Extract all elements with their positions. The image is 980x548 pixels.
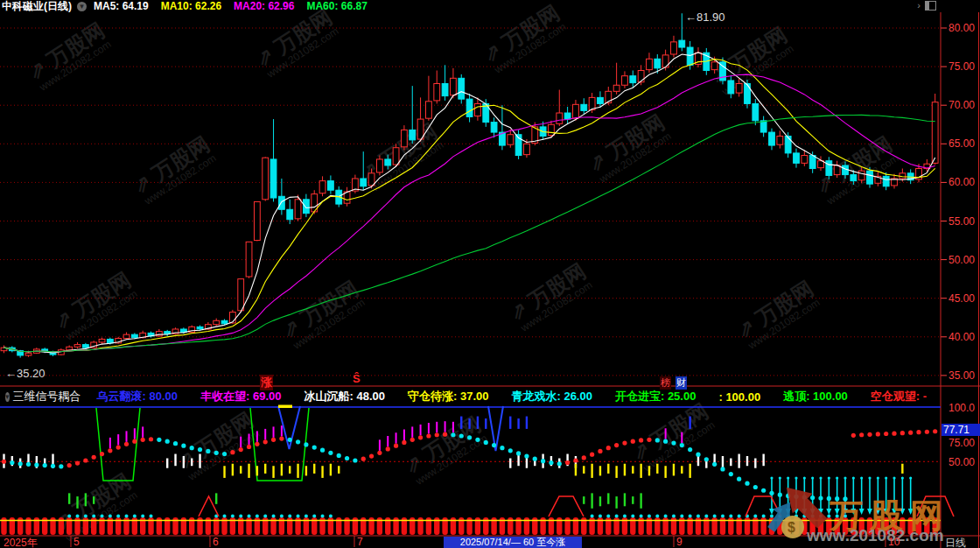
signal-dot: [345, 456, 349, 460]
candle: [515, 130, 522, 159]
signal-dot: [263, 439, 268, 444]
candle: [728, 75, 734, 98]
signal-dot: [598, 449, 602, 453]
chevron-down-icon[interactable]: ▾: [77, 2, 87, 11]
signal-dot: [206, 449, 210, 453]
candle: [254, 201, 260, 241]
indicator-param: 开仓进宝: 25.00: [615, 389, 696, 404]
price-axis-label: 75.00: [948, 60, 975, 73]
candle: [491, 117, 497, 137]
signal-dot: [124, 442, 129, 446]
candle: [270, 119, 276, 201]
signal-dot: [933, 429, 937, 433]
signal-dot: [500, 446, 504, 450]
signal-dot: [696, 453, 700, 457]
indicator-param: 丰收在望: 69.00: [200, 389, 281, 404]
time-axis-label: 9: [676, 536, 682, 548]
candle: [760, 116, 766, 137]
signal-dot: [386, 446, 390, 451]
candle: [858, 167, 864, 184]
signal-dot: [173, 441, 178, 446]
signal-dot: [655, 438, 660, 442]
signal-dot: [255, 442, 259, 446]
signal-dot: [573, 458, 578, 462]
candle: [344, 187, 350, 207]
candle: [368, 169, 374, 189]
candle: [312, 190, 318, 214]
candle: [802, 150, 808, 166]
signal-dot: [859, 432, 864, 437]
chart-graphics: [0, 0, 980, 548]
low-price-label: ←35.20: [5, 367, 46, 380]
signal-dot: [876, 432, 880, 436]
signal-dot: [271, 438, 276, 442]
period-label[interactable]: 日线: [945, 536, 966, 548]
price-axis-label: 55.00: [948, 215, 975, 228]
signal-dot: [26, 462, 31, 467]
signal-dot: [34, 462, 38, 467]
candle: [319, 176, 326, 196]
ma-label: MA20: 62.96: [234, 0, 294, 12]
indicator-name: 三维信号耦合: [13, 389, 81, 404]
ma60-line: [4, 115, 935, 351]
time-axis-label: 5: [74, 536, 80, 548]
signal-dot: [426, 433, 430, 438]
candle: [679, 13, 685, 51]
yellow-top-signal: [278, 405, 292, 409]
candle: [785, 132, 791, 158]
signal-dot: [622, 440, 626, 445]
candle: [385, 155, 391, 170]
signal-dot: [198, 447, 202, 452]
ma-label: MA5: 64.19: [94, 0, 149, 12]
signal-dot: [288, 438, 292, 442]
candle: [434, 71, 440, 104]
signal-dot: [467, 435, 472, 439]
signal-dot: [116, 445, 121, 449]
chevron-down-icon[interactable]: ▾: [5, 392, 10, 402]
candle: [451, 68, 457, 98]
signal-dot: [737, 477, 741, 481]
signal-dot: [59, 464, 63, 468]
candle: [123, 333, 130, 340]
signal-dot: [157, 438, 161, 442]
signal-dot: [508, 448, 513, 453]
signal-dot: [149, 437, 153, 441]
indicator-param: 空仓观望: -: [871, 389, 927, 404]
signal-dot: [729, 472, 733, 476]
candle: [794, 149, 800, 168]
signal-dot: [492, 443, 496, 447]
signal-dot: [279, 437, 284, 441]
price-axis-label: 80.00: [948, 22, 975, 34]
signal-dot: [892, 432, 896, 436]
signal-dot: [328, 451, 332, 455]
signal-dot: [435, 432, 439, 437]
signal-dot: [443, 432, 447, 437]
signal-dot: [639, 438, 643, 442]
ma-values-row: MA5: 64.19MA10: 62.26MA20: 62.96MA60: 66…: [94, 0, 380, 12]
indicator-header: ▾ 三维信号耦合 乌云翻滚: 80.00丰收在望: 69.00冰山沉船: 48.…: [0, 389, 941, 404]
candle: [564, 107, 570, 123]
date-info-box[interactable]: 2025/07/14/— 60 至今涨幅-4.75%: [444, 537, 582, 548]
signal-dot: [51, 464, 55, 468]
signal-dot: [671, 440, 676, 445]
candle: [417, 97, 424, 141]
time-axis-label: 10: [888, 536, 900, 548]
signal-dot: [214, 451, 219, 455]
price-axis-label: 45.00: [948, 292, 975, 305]
signal-dot: [410, 438, 415, 442]
candle: [892, 174, 898, 189]
candle: [508, 130, 514, 148]
signal-dot: [165, 439, 170, 444]
time-axis-label: 7: [357, 536, 363, 548]
signal-dot: [533, 457, 537, 461]
candle: [581, 98, 587, 115]
signal-dot: [247, 445, 251, 449]
candle: [99, 338, 105, 344]
signal-dot: [475, 438, 480, 442]
signal-dot: [296, 439, 300, 444]
candle: [752, 99, 759, 125]
candle: [932, 94, 938, 165]
signal-dot: [712, 462, 717, 467]
signal-dot: [908, 431, 913, 435]
signal-dot: [590, 453, 594, 457]
